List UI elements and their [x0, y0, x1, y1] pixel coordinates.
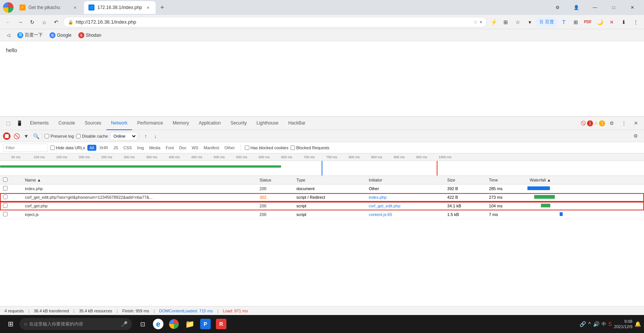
network-icon[interactable]: 🔗 [580, 321, 586, 327]
search-bar[interactable]: ○ 在这里输入你要搜索的内容 🎤 [19, 318, 132, 330]
settings-icon[interactable]: ⚙ [631, 131, 641, 141]
chevron-down-icon[interactable]: ▾ [480, 20, 482, 25]
filter-type-xhr[interactable]: XHR [97, 145, 110, 151]
devtools-more-icon[interactable]: ⋮ [619, 118, 629, 129]
table-row[interactable]: index.php 200 document Other 392 B 285 m… [0, 184, 644, 193]
row-3-initiator-link[interactable]: csrf_get_edit.php [369, 204, 400, 208]
row-checkbox-cell[interactable] [0, 202, 22, 210]
devtools-inspect-icon[interactable]: ⬚ [3, 118, 13, 129]
col-status[interactable]: Status [256, 176, 293, 184]
row-1-name[interactable]: index.php [22, 184, 256, 193]
taskbar-app-view[interactable]: ⊡ [135, 316, 150, 332]
filter-type-doc[interactable]: Doc [177, 145, 189, 151]
start-button[interactable]: ⊞ [3, 316, 18, 332]
lightning-icon[interactable]: ⚡ [488, 17, 499, 27]
row-2-initiator-link[interactable]: index.php [369, 195, 387, 200]
preserve-log-input[interactable] [45, 134, 49, 138]
refresh-button[interactable]: ↻ [27, 17, 37, 27]
taskbar-app-red[interactable]: R [214, 316, 229, 332]
blocked-requests-checkbox[interactable]: Blocked Requests [291, 146, 329, 150]
taskbar-up-arrow-icon[interactable]: ^ [588, 321, 591, 327]
network-table-container[interactable]: Name ▲ Status Type Initiator Size Time W… [0, 176, 644, 306]
has-blocked-cookies-input[interactable] [245, 146, 249, 150]
tab-1-close[interactable]: ✕ [72, 4, 78, 10]
record-button[interactable] [3, 132, 10, 140]
tab-1[interactable]: P Get the pikachu ✕ [15, 1, 82, 14]
new-tab-button[interactable]: + [157, 2, 168, 13]
star-icon[interactable]: ☆ [473, 20, 478, 25]
download-icon[interactable]: ⬇ [619, 17, 629, 27]
col-waterfall[interactable]: Waterfall ▲ [527, 176, 644, 184]
row-checkbox-cell[interactable] [0, 210, 22, 219]
tab-hackbar[interactable]: HackBar [284, 117, 310, 130]
col-initiator[interactable]: Initiator [366, 176, 444, 184]
row-checkbox-cell[interactable] [0, 193, 22, 202]
row-4-initiator-link[interactable]: content.js:65 [369, 212, 392, 217]
tab-2-close[interactable]: ✕ [145, 4, 151, 10]
bookmark-shodan[interactable]: S Shodan [75, 31, 104, 40]
translate-icon[interactable]: T [559, 17, 569, 27]
import-icon[interactable]: ↑ [142, 132, 150, 140]
tab-memory[interactable]: Memory [168, 117, 193, 130]
filter-type-all[interactable]: All [87, 145, 96, 151]
devtools-close-icon[interactable]: ✕ [631, 118, 641, 129]
extension-icon[interactable]: ✕ [607, 17, 617, 27]
filter-type-ws[interactable]: WS [189, 145, 201, 151]
tab-sources[interactable]: Sources [80, 117, 106, 130]
filter-type-css[interactable]: CSS [121, 145, 134, 151]
history-back-button[interactable]: ↶ [51, 17, 61, 27]
export-icon[interactable]: ↓ [152, 132, 159, 140]
apps-grid-icon[interactable]: ⊞ [571, 17, 581, 27]
col-checkbox[interactable] [0, 176, 22, 184]
close-button[interactable]: ✕ [624, 2, 641, 14]
filter-type-font[interactable]: Font [163, 145, 176, 151]
tab-security[interactable]: Security [226, 117, 251, 130]
tab-application[interactable]: Application [194, 117, 225, 130]
moon-icon[interactable]: 🌙 [595, 17, 605, 27]
col-name[interactable]: Name ▲ [22, 176, 256, 184]
profile-icon[interactable]: 👤 [568, 2, 585, 14]
speaker-icon[interactable]: 🔊 [593, 321, 599, 327]
tab-lighthouse[interactable]: Lighthouse [252, 117, 283, 130]
disable-cache-input[interactable] [76, 134, 81, 138]
blocked-requests-input[interactable] [291, 146, 295, 150]
bookmarks-sidebar-toggle[interactable]: ◁ [3, 30, 13, 40]
tab-elements[interactable]: Elements [25, 117, 53, 130]
tab-performance[interactable]: Performance [133, 117, 168, 130]
col-time[interactable]: Time [486, 176, 527, 184]
col-type[interactable]: Type [294, 176, 366, 184]
filter-type-img[interactable]: Img [135, 145, 146, 151]
preserve-log-checkbox[interactable]: Preserve log [45, 134, 74, 138]
tab-2[interactable]: 🌐 172.16.38.1/index.php ✕ [84, 1, 156, 14]
row-3-checkbox[interactable] [3, 203, 7, 208]
has-blocked-cookies-checkbox[interactable]: Has blocked cookies [245, 146, 288, 150]
taskbar-app-edge[interactable]: e [151, 316, 166, 332]
row-3-name[interactable]: csrf_get.php [22, 202, 256, 210]
row-1-checkbox[interactable] [3, 186, 7, 190]
disable-cache-checkbox[interactable]: Disable cache [76, 134, 108, 138]
devtools-settings-icon[interactable]: ⚙ [607, 118, 617, 129]
star-icon[interactable]: ☆ [512, 17, 523, 27]
settings-icon[interactable]: ⚙ [549, 2, 566, 14]
taskbar-app-chrome[interactable] [166, 316, 181, 332]
filter-type-manifest[interactable]: Manifest [201, 145, 222, 151]
row-4-name[interactable]: inject.js [22, 210, 256, 219]
table-row[interactable]: csrf_get.php 200 script csrf_get_edit.ph… [0, 202, 644, 210]
row-checkbox-cell[interactable] [0, 184, 22, 193]
tab-console[interactable]: Console [54, 117, 79, 130]
devtools-device-icon[interactable]: 📱 [14, 118, 25, 129]
row-2-name[interactable]: csrf_get_edit.php?sex=girl&phonenum=1234… [22, 193, 256, 202]
taskbar-app-p[interactable]: P [198, 316, 213, 332]
forward-button[interactable]: → [15, 17, 25, 27]
minimize-button[interactable]: — [586, 2, 604, 14]
home-button[interactable]: ⌂ [39, 17, 49, 27]
col-size[interactable]: Size [444, 176, 486, 184]
throttle-select[interactable]: Online Fast 3G Slow 3G [110, 132, 137, 140]
row-4-checkbox[interactable] [3, 212, 7, 216]
hide-data-urls-checkbox[interactable]: Hide data URLs [50, 146, 85, 150]
notification-icon[interactable]: 🔔 [635, 321, 641, 327]
mic-icon[interactable]: 🎤 [121, 321, 127, 327]
filter-type-js[interactable]: JS [111, 145, 120, 151]
row-2-checkbox[interactable] [3, 195, 7, 199]
table-row[interactable]: inject.js 200 script content.js:65 1.5 k… [0, 210, 644, 219]
